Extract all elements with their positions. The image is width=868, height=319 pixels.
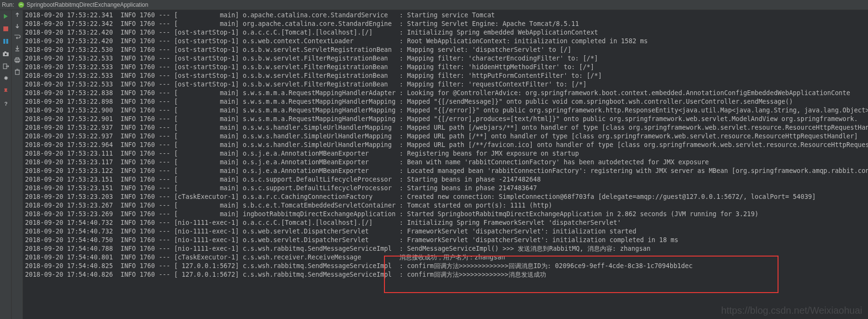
log-line: 2018-09-20 17:54:40.801 INFO 1760 --- [c… [25,253,866,262]
rerun-icon[interactable] [1,12,10,21]
console-wrap: 2018-09-20 17:53:22.341 INFO 1760 --- [ … [23,10,868,319]
clear-icon[interactable] [14,68,20,76]
console-toolbar [12,10,23,319]
run-label: Run: [2,1,14,8]
run-toolbar-left: ? [0,10,12,319]
log-line: 2018-09-20 17:53:22.937 INFO 1760 --- [ … [25,132,866,141]
svg-rect-6 [4,51,6,53]
console-output[interactable]: 2018-09-20 17:53:22.341 INFO 1760 --- [ … [23,10,868,280]
svg-text:?: ? [4,101,8,107]
spring-icon [18,1,25,8]
softwrap-icon[interactable] [14,34,21,41]
log-line: 2018-09-20 17:53:22.533 INFO 1760 --- [o… [25,80,866,89]
print-icon[interactable] [14,57,21,64]
settings-icon[interactable] [1,74,10,83]
svg-rect-3 [6,39,8,44]
svg-point-5 [5,53,7,55]
log-line: 2018-09-20 17:54:40.732 INFO 1760 --- [n… [25,227,866,236]
log-line: 2018-09-20 17:53:22.420 INFO 1760 --- [o… [25,28,866,37]
scroll-to-end-icon[interactable] [14,45,20,53]
log-line: 2018-09-20 17:54:40.750 INFO 1760 --- [n… [25,236,866,245]
log-line: 2018-09-20 17:53:22.342 INFO 1760 --- [ … [25,20,866,28]
pause-icon[interactable] [1,37,10,46]
run-tab-title[interactable]: SpringbootRabbitmqDirectExchangeApplicat… [26,1,148,8]
svg-point-0 [18,2,24,8]
exit-icon[interactable] [1,62,10,71]
log-line: 2018-09-20 17:53:22.964 INFO 1760 --- [ … [25,141,866,149]
log-line: 2018-09-20 17:53:22.898 INFO 1760 --- [ … [25,98,866,106]
log-line: 2018-09-20 17:53:23.203 INFO 1760 --- [c… [25,193,866,201]
log-line: 2018-09-20 17:53:22.530 INFO 1760 --- [o… [25,46,866,54]
log-line: 2018-09-20 17:54:40.825 INFO 1760 --- [ … [25,262,866,270]
up-icon[interactable] [14,12,20,19]
down-icon[interactable] [14,23,20,30]
log-line: 2018-09-20 17:53:23.117 INFO 1760 --- [ … [25,158,866,167]
main-area: ? 2018-09-20 17:53:22.341 INFO 1760 --- … [0,10,868,319]
log-line: 2018-09-20 17:53:22.901 INFO 1760 --- [ … [25,115,866,123]
log-line: 2018-09-20 17:53:23.122 INFO 1760 --- [ … [25,167,866,175]
svg-rect-12 [15,70,19,74]
log-line: 2018-09-20 17:53:23.151 INFO 1760 --- [ … [25,184,866,193]
log-line: 2018-09-20 17:53:22.420 INFO 1760 --- [o… [25,37,866,46]
log-line: 2018-09-20 17:53:23.269 INFO 1760 --- [ … [25,210,866,219]
log-line: 2018-09-20 17:53:23.151 INFO 1760 --- [ … [25,175,866,184]
log-line: 2018-09-20 17:53:22.533 INFO 1760 --- [o… [25,72,866,80]
camera-icon[interactable] [1,49,10,58]
log-line: 2018-09-20 17:53:22.838 INFO 1760 --- [ … [25,89,866,98]
stop-icon[interactable] [1,25,10,33]
log-line: 2018-09-20 17:54:40.732 INFO 1760 --- [n… [25,219,866,227]
log-line: 2018-09-20 17:53:22.900 INFO 1760 --- [ … [25,106,866,115]
log-line: 2018-09-20 17:53:22.937 INFO 1760 --- [ … [25,123,866,132]
log-line: 2018-09-20 17:54:40.826 INFO 1760 --- [ … [25,270,866,279]
svg-rect-2 [3,39,5,44]
log-line: 2018-09-20 17:53:22.533 INFO 1760 --- [o… [25,63,866,72]
log-line: 2018-09-20 17:53:22.533 INFO 1760 --- [o… [25,54,866,63]
log-line: 2018-09-20 17:54:40.788 INFO 1760 --- [n… [25,245,866,253]
help-icon[interactable]: ? [1,99,10,108]
log-line: 2018-09-20 17:53:23.111 INFO 1760 --- [ … [25,149,866,158]
svg-rect-1 [3,26,8,31]
run-tab-bar: Run: SpringbootRabbitmqDirectExchangeApp… [0,0,868,10]
svg-rect-10 [16,58,19,59]
log-line: 2018-09-20 17:53:22.341 INFO 1760 --- [ … [25,11,866,20]
log-line: 2018-09-20 17:53:23.267 INFO 1760 --- [ … [25,201,866,210]
pin-icon[interactable] [1,87,10,96]
